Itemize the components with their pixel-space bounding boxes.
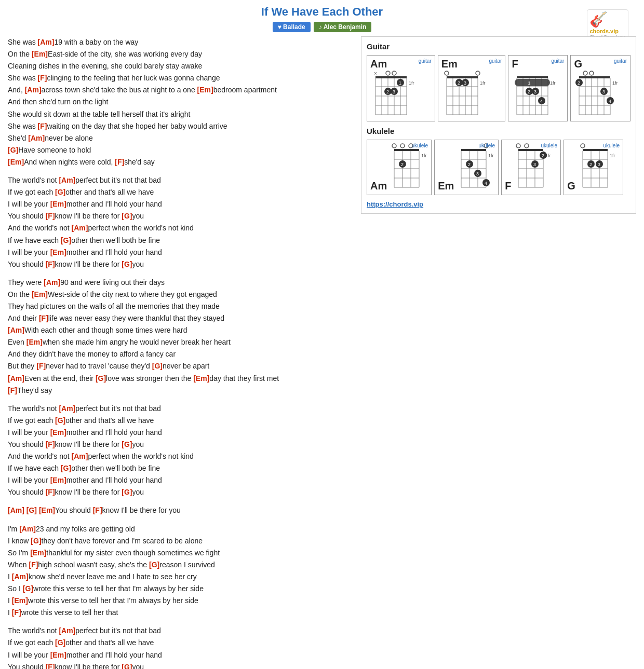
chord-box-em-ukulele[interactable]: Em ukulele 1fr — [434, 140, 499, 195]
chord-f[interactable]: [F] — [39, 314, 48, 322]
badge-ballade[interactable]: ♥ Ballade — [273, 22, 311, 32]
lyrics-line: When [F]high school wasn't easy, she's t… — [8, 559, 353, 571]
svg-text:3: 3 — [534, 89, 536, 94]
chords-panel: Guitar Am guitar — [361, 36, 636, 214]
chord-am[interactable]: [Am] — [59, 404, 75, 413]
chord-box-g-ukulele[interactable]: G ukulele 1fr — [564, 140, 623, 195]
chord-box-em-guitar[interactable]: Em guitar 1fr — [438, 55, 506, 121]
svg-text:1fr: 1fr — [421, 153, 427, 158]
chord-name: G — [567, 180, 575, 192]
chord-am[interactable]: [Am] — [28, 134, 45, 142]
chord-g[interactable]: [G] — [55, 416, 65, 425]
chord-box-f-guitar[interactable]: F guitar 1fr — [508, 55, 568, 121]
chord-f[interactable]: [F] — [38, 122, 47, 130]
chord-em[interactable]: [Em] — [39, 506, 55, 514]
svg-text:1fr: 1fr — [488, 153, 494, 158]
chord-em[interactable]: [Em] — [50, 200, 66, 208]
chord-em[interactable]: [Em] — [50, 476, 66, 484]
lyrics-line: If we have each [G]other then we'll both… — [8, 235, 353, 247]
chord-am[interactable]: [Am] — [72, 452, 88, 460]
ukulele-chords-row: Am ukulele 1fr — [367, 140, 630, 195]
chord-g[interactable]: [G] — [55, 188, 65, 196]
chord-f[interactable]: [F] — [38, 74, 47, 82]
lyrics-line: And the world's not [Am]perfect when the… — [8, 222, 353, 234]
svg-text:1fr: 1fr — [480, 80, 486, 86]
chord-g[interactable]: [G] — [61, 464, 71, 472]
lyrics-line: The world's not [Am]perfect but it's not… — [8, 625, 353, 637]
chord-am[interactable]: [Am] — [8, 506, 24, 514]
lyrics-line: She was [Am]19 with a baby on the way — [8, 36, 353, 48]
chord-em[interactable]: [Em] — [30, 549, 46, 557]
chord-f[interactable]: [F] — [115, 158, 124, 166]
chord-em[interactable]: [Em] — [197, 86, 213, 94]
chord-type-label: guitar — [489, 58, 502, 64]
chord-am[interactable]: [Am] — [12, 572, 29, 581]
chord-f[interactable]: [F] — [46, 663, 55, 669]
chord-am[interactable]: [Am] — [44, 278, 60, 286]
svg-point-71 — [583, 71, 587, 75]
chord-am[interactable]: [Am] — [38, 38, 55, 46]
svg-text:2: 2 — [542, 153, 544, 158]
chord-g[interactable]: [G] — [8, 146, 18, 154]
chord-am[interactable]: [Am] — [72, 224, 88, 232]
chord-g[interactable]: [G] — [55, 638, 65, 647]
lyrics-area: She was [Am]19 with a baby on the way On… — [8, 36, 353, 669]
chord-em[interactable]: [Em] — [32, 290, 48, 298]
chord-em[interactable]: [Em] — [26, 338, 43, 346]
chord-f[interactable]: [F] — [12, 608, 21, 617]
lyrics-line: But they [F]never had to travel 'cause t… — [8, 360, 353, 372]
chord-g[interactable]: [G] — [122, 440, 132, 448]
main-layout: She was [Am]19 with a baby on the way On… — [8, 36, 636, 669]
lyrics-line: The world's not [Am]perfect but it's not… — [8, 403, 353, 415]
chord-g[interactable]: [G] — [122, 260, 132, 268]
chord-g[interactable]: [G] — [96, 374, 106, 383]
chord-em[interactable]: [Em] — [50, 248, 66, 256]
chord-f[interactable]: [F] — [8, 386, 17, 394]
chord-am[interactable]: [Am] — [25, 86, 42, 94]
chord-f[interactable]: [F] — [46, 260, 55, 268]
svg-point-137 — [581, 144, 585, 148]
chord-g[interactable]: [G] — [122, 212, 132, 220]
chord-box-am-ukulele[interactable]: Am ukulele 1fr — [367, 140, 432, 195]
svg-point-89 — [392, 144, 396, 148]
lyrics-line: And, [Am]across town she'd take the bus … — [8, 84, 353, 96]
badge-artist[interactable]: ♪ Alec Benjamin — [314, 22, 372, 32]
lyrics-line: She would sit down at the table tell her… — [8, 108, 353, 120]
chord-am[interactable]: [Am] — [19, 525, 36, 533]
chord-box-f-ukulele[interactable]: F ukulele 1fr — [501, 140, 561, 195]
lyrics-line: If we got each [G]other and that's all w… — [8, 186, 353, 198]
svg-rect-111 — [518, 149, 543, 151]
chord-f[interactable]: [F] — [93, 506, 102, 514]
chord-g[interactable]: [G] — [152, 362, 163, 370]
chord-am[interactable]: [Am] — [59, 176, 75, 184]
chord-em[interactable]: [Em] — [8, 158, 24, 166]
chord-em[interactable]: [Em] — [50, 428, 66, 436]
chord-g[interactable]: [G] — [122, 663, 132, 669]
chord-g[interactable]: [G] — [26, 506, 37, 514]
chord-am[interactable]: [Am] — [8, 374, 24, 383]
chord-f[interactable]: [F] — [29, 561, 38, 569]
chords-panel-url[interactable]: https://chords.vip — [367, 200, 630, 208]
chord-f[interactable]: [F] — [46, 440, 55, 448]
svg-point-122 — [525, 144, 529, 148]
chord-am[interactable]: [Am] — [59, 626, 75, 635]
chord-box-g-guitar[interactable]: G guitar 1fr — [570, 55, 630, 121]
chord-f[interactable]: [F] — [46, 212, 55, 220]
chord-em[interactable]: [Em] — [32, 50, 48, 58]
chord-g[interactable]: [G] — [23, 584, 33, 593]
chord-em[interactable]: [Em] — [12, 596, 28, 605]
svg-text:1fr: 1fr — [409, 80, 414, 86]
chord-g[interactable]: [G] — [149, 561, 159, 569]
chord-box-am-guitar[interactable]: Am guitar — [367, 55, 435, 121]
chord-em[interactable]: [Em] — [50, 651, 66, 659]
chord-g[interactable]: [G] — [31, 537, 41, 545]
lyrics-line: [Am]Even at the end, their [G]love was s… — [8, 373, 353, 385]
lyrics-line: I will be your [Em]mother and I'll hold … — [8, 474, 353, 486]
chord-g[interactable]: [G] — [61, 236, 71, 244]
chord-am[interactable]: [Am] — [8, 326, 24, 334]
logo-area: 🎸 chords.vip Chord Song Lyric — [587, 9, 628, 40]
chord-f[interactable]: [F] — [36, 362, 46, 370]
chord-g[interactable]: [G] — [122, 488, 132, 496]
chord-em[interactable]: [Em] — [193, 374, 209, 383]
chord-f[interactable]: [F] — [46, 488, 55, 496]
